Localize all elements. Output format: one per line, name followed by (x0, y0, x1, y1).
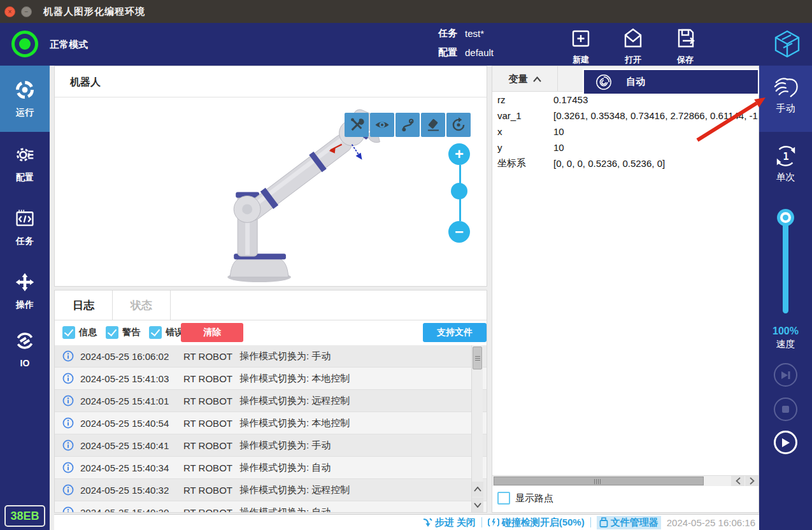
log-row[interactable]: 2024-05-25 15:40:30RT ROBOT操作模式切换为: 自动 (55, 501, 487, 513)
log-list: 2024-05-25 16:06:02RT ROBOT操作模式切换为: 手动 2… (55, 345, 487, 513)
scroll-right-button[interactable] (745, 476, 759, 486)
visibility-button[interactable] (370, 113, 394, 137)
collision-detect-label: 碰撞检测开启(50%) (502, 517, 585, 529)
tab-log[interactable]: 日志 (55, 290, 113, 320)
variables-panel: 变量 rz0.17453 var_1[0.3261, 0.35348, 0.73… (492, 66, 759, 513)
single-run-label: 单次 (776, 171, 795, 183)
variables-horizontal-scrollbar[interactable] (492, 475, 759, 486)
log-row[interactable]: 2024-05-25 16:06:02RT ROBOT操作模式切换为: 手动 (55, 345, 487, 368)
variables-collapse-tab[interactable]: 变量 (492, 66, 558, 92)
collision-detect-toggle[interactable]: 碰撞检测开启(50%) (488, 517, 585, 529)
manual-mode-button[interactable]: 手动 (759, 66, 812, 132)
step-next-button[interactable] (774, 363, 797, 387)
save-icon (674, 27, 697, 52)
play-icon (781, 438, 790, 448)
save-button[interactable]: 保存 (666, 23, 704, 66)
error-checkbox[interactable] (149, 326, 162, 339)
speed-value: 100% (759, 326, 812, 337)
eraser-button[interactable] (421, 113, 445, 137)
play-button[interactable] (774, 431, 797, 454)
status-code-badge[interactable]: 38EB (4, 505, 45, 527)
scrollbar-thumb[interactable] (494, 476, 704, 485)
app-logo-cube-icon (772, 29, 802, 59)
info-icon (62, 350, 74, 362)
log-panel: 日志 状态 信息 警告 错误 清除 支持文件 2024-05-25 16:06:… (54, 290, 487, 513)
sidebar-item-config[interactable]: 配置 (0, 132, 50, 196)
scroll-up-button[interactable] (472, 482, 483, 497)
new-button[interactable]: 新建 (562, 23, 600, 66)
step-mode-toggle[interactable]: 步进 关闭 (422, 517, 476, 529)
info-icon (62, 440, 74, 451)
file-manager-label: 文件管理器 (611, 517, 659, 529)
mode-dropdown-auto-item[interactable]: 自动 (583, 69, 759, 95)
chevron-up-icon (533, 76, 541, 82)
log-row[interactable]: 2024-05-25 15:40:32RT ROBOT操作模式切换为: 远程控制 (55, 479, 487, 501)
warning-filter-label: 警告 (122, 327, 140, 338)
robot-3d-viewport[interactable]: + − (55, 97, 487, 286)
sidebar-item-io[interactable]: IO (0, 323, 50, 375)
variable-row[interactable]: y10 (492, 140, 759, 155)
normal-mode-indicator-icon (11, 31, 38, 57)
scrollbar-thumb[interactable] (473, 347, 482, 369)
path-button[interactable] (395, 113, 420, 137)
open-button[interactable]: 打开 (614, 23, 652, 66)
support-file-button[interactable]: 支持文件 (423, 323, 487, 342)
svg-text:1: 1 (783, 151, 788, 162)
status-timestamp: 2024-05-25 16:06:16 (667, 517, 755, 528)
zoom-control: + − (448, 143, 471, 243)
stop-icon (781, 405, 790, 413)
log-row[interactable]: 2024-05-25 15:40:54RT ROBOT操作模式切换为: 本地控制 (55, 412, 487, 434)
warning-checkbox[interactable] (106, 326, 118, 339)
log-vertical-scrollbar[interactable] (471, 345, 483, 513)
zoom-out-button[interactable]: − (448, 221, 470, 243)
run-target-icon (15, 80, 35, 103)
show-waypoints-row: 显示路点 (497, 492, 553, 505)
close-icon[interactable]: × (4, 6, 15, 17)
variables-title: 变量 (509, 73, 528, 85)
info-checkbox[interactable] (62, 326, 75, 339)
show-waypoints-checkbox[interactable] (497, 492, 510, 505)
right-sidebar: 手动 1 单次 100% 速度 (759, 66, 812, 530)
reset-view-button[interactable] (446, 113, 471, 137)
robot-panel-title: 机器人 (55, 66, 487, 97)
minimize-icon[interactable]: − (21, 6, 32, 17)
speed-label: 速度 (759, 338, 812, 350)
log-row[interactable]: 2024-05-25 15:41:03RT ROBOT操作模式切换为: 本地控制 (55, 368, 487, 390)
task-config-info: 任务test* 配置default (438, 27, 494, 65)
log-row[interactable]: 2024-05-25 15:40:34RT ROBOT操作模式切换为: 自动 (55, 457, 487, 479)
code-window-icon (15, 208, 35, 231)
zoom-in-button[interactable]: + (448, 143, 470, 165)
wrench-screwdriver-icon (348, 117, 365, 133)
log-row[interactable]: 2024-05-25 15:41:01RT ROBOT操作模式切换为: 远程控制 (55, 390, 487, 412)
file-manager-button[interactable]: 文件管理器 (597, 516, 661, 529)
move-arrows-icon (15, 272, 35, 295)
speed-slider-handle[interactable] (777, 209, 794, 226)
auto-mode-label: 自动 (626, 76, 645, 88)
clear-log-button[interactable]: 清除 (181, 323, 243, 342)
stop-button[interactable] (774, 398, 797, 421)
info-icon (62, 417, 74, 429)
sidebar-item-operate[interactable]: 操作 (0, 259, 50, 323)
step-mode-label: 步进 关闭 (435, 517, 476, 529)
log-tabs: 日志 状态 (55, 290, 487, 320)
open-file-icon (622, 27, 645, 52)
scroll-down-button[interactable] (472, 498, 483, 513)
sidebar-item-run[interactable]: 运行 (0, 66, 50, 132)
log-row[interactable]: 2024-05-25 15:40:41RT ROBOT操作模式切换为: 手动 (55, 434, 487, 457)
scroll-left-button[interactable] (731, 476, 744, 486)
collision-icon (488, 517, 499, 527)
sidebar-item-task[interactable]: 任务 (0, 196, 50, 259)
zoom-slider-handle[interactable] (451, 183, 467, 199)
viewport-toolbar (345, 113, 471, 137)
rotate-view-icon (450, 117, 467, 133)
variable-row[interactable]: 坐标系[0, 0, 0, 0.5236, 0.5236, 0] (492, 155, 759, 171)
info-icon (62, 373, 74, 384)
variable-row[interactable]: var_1[0.3261, 0.35348, 0.73416, 2.72866,… (492, 108, 759, 124)
mode-label: 正常模式 (50, 39, 88, 51)
single-run-button[interactable]: 1 单次 (759, 132, 812, 183)
eye-icon (374, 117, 390, 133)
tab-status[interactable]: 状态 (113, 290, 171, 320)
variable-row[interactable]: x10 (492, 124, 759, 140)
tools-button[interactable] (345, 113, 369, 137)
speed-slider-track[interactable] (783, 213, 788, 313)
